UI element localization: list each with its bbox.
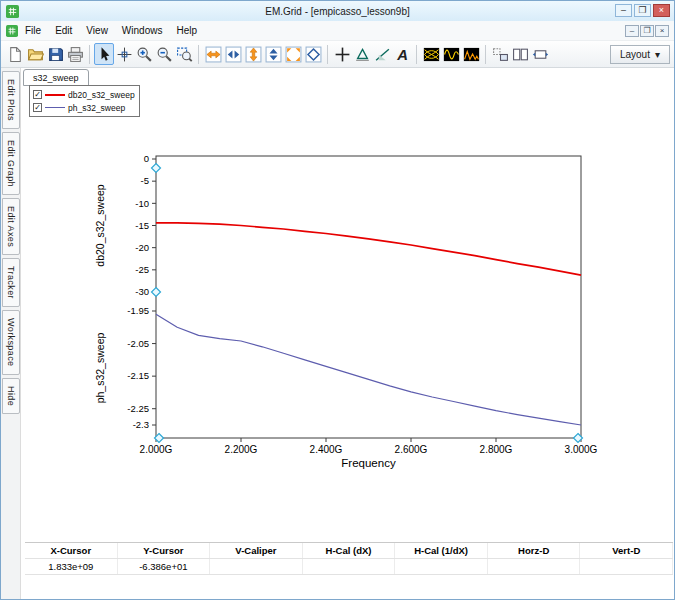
- fit-y-icon: [245, 46, 262, 63]
- cursor-value-2: [210, 559, 303, 574]
- autoscale-icon: [305, 46, 322, 63]
- cursor-value-0: 1.833e+09: [25, 559, 118, 574]
- legend-line-sample: [45, 94, 65, 96]
- eye-diagram-icon: [423, 46, 440, 63]
- delta-cursor-icon: [354, 46, 371, 63]
- mdi-restore-button[interactable]: ❐: [640, 25, 654, 37]
- text-label-button[interactable]: A: [392, 43, 412, 65]
- graph-layout-button[interactable]: [490, 43, 510, 65]
- fit-xy-button[interactable]: [283, 43, 303, 65]
- delta-cursor-button[interactable]: [352, 43, 372, 65]
- add-cursor-icon: [334, 46, 351, 63]
- menu-view[interactable]: View: [79, 22, 115, 39]
- toolbar-separator: [416, 45, 417, 64]
- pan-y-icon: [265, 46, 282, 63]
- toolbar-separator: [89, 45, 90, 64]
- window-title: EM.Grid - [empicasso_lesson9b]: [1, 6, 674, 17]
- menu-file[interactable]: File: [18, 22, 48, 39]
- fit-y-button[interactable]: [243, 43, 263, 65]
- print-button[interactable]: [65, 43, 85, 65]
- toolbar-separator: [198, 45, 199, 64]
- cursor-col-6: Vert-D: [580, 543, 673, 558]
- side-tab-label: Edit Axes: [6, 206, 16, 247]
- graph-layout-icon: [492, 46, 509, 63]
- side-tab-edit-axes[interactable]: Edit Axes: [2, 198, 20, 255]
- layout-dropdown-label: Layout: [620, 49, 650, 60]
- plot-legend: ✓db20_s32_sweep✓ph_s32_sweep: [29, 85, 140, 117]
- side-tab-edit-plots[interactable]: Edit Plots: [2, 71, 20, 129]
- zoom-out-button[interactable]: [154, 43, 174, 65]
- legend-item-ph_s32_sweep: ✓ph_s32_sweep: [33, 101, 136, 114]
- side-tab-workspace[interactable]: Workspace: [2, 310, 20, 374]
- legend-checkbox[interactable]: ✓: [33, 103, 42, 112]
- pan-x-icon: [225, 46, 242, 63]
- trace-cursor-icon: [116, 46, 133, 63]
- new-document-button[interactable]: [5, 43, 25, 65]
- mdi-minimize-button[interactable]: –: [625, 25, 639, 37]
- restore-button[interactable]: ❐: [634, 4, 651, 17]
- stretch-layout-button[interactable]: [530, 43, 550, 65]
- cursor-col-0: X-Cursor: [25, 543, 118, 558]
- trace-cursor-button[interactable]: [114, 43, 134, 65]
- pointer-button[interactable]: [94, 43, 114, 65]
- pan-y-button[interactable]: [263, 43, 283, 65]
- save-icon: [47, 46, 64, 63]
- side-tab-tracker[interactable]: Tracker: [2, 258, 20, 307]
- menu-edit[interactable]: Edit: [48, 22, 79, 39]
- open-button[interactable]: [25, 43, 45, 65]
- minimize-button[interactable]: –: [615, 4, 632, 17]
- eye-diagram-button[interactable]: [421, 43, 441, 65]
- layout-dropdown-button[interactable]: Layout ▾: [610, 45, 670, 64]
- cursor-readout-table: X-CursorY-CursorV-CaliperH-Cal (dX)H-Cal…: [25, 542, 673, 575]
- waveform-button[interactable]: [441, 43, 461, 65]
- zoom-window-button[interactable]: [174, 43, 194, 65]
- save-button[interactable]: [45, 43, 65, 65]
- fit-xy-icon: [285, 46, 302, 63]
- autoscale-button[interactable]: [303, 43, 323, 65]
- chevron-down-icon: ▾: [655, 49, 660, 60]
- cursor-table-row: 1.833e+09-6.386e+01: [25, 559, 673, 575]
- legend-checkbox[interactable]: ✓: [33, 90, 42, 99]
- cursor-table-row: X-CursorY-CursorV-CaliperH-Cal (dX)H-Cal…: [25, 542, 673, 559]
- zoom-in-button[interactable]: [134, 43, 154, 65]
- fit-x-button[interactable]: [203, 43, 223, 65]
- cursor-col-5: Horz-D: [488, 543, 581, 558]
- menubar: File Edit View Windows Help – ❐ ×: [1, 21, 674, 41]
- legend-item-db20_s32_sweep: ✓db20_s32_sweep: [33, 88, 136, 101]
- menu-windows[interactable]: Windows: [115, 22, 170, 39]
- cursor-col-1: Y-Cursor: [118, 543, 211, 558]
- zoom-window-icon: [176, 46, 193, 63]
- slope-cursor-button[interactable]: [372, 43, 392, 65]
- side-tab-label: Tracker: [6, 266, 16, 299]
- side-tab-edit-graph[interactable]: Edit Graph: [2, 132, 20, 195]
- zoom-out-icon: [156, 46, 173, 63]
- tab-s32_sweep[interactable]: s32_sweep: [23, 69, 89, 86]
- slope-cursor-icon: [374, 46, 391, 63]
- side-tab-label: Edit Plots: [6, 79, 16, 121]
- toolbar: A Layout ▾: [1, 41, 674, 68]
- add-cursor-button[interactable]: [332, 43, 352, 65]
- side-tab-hide[interactable]: Hide: [2, 378, 20, 414]
- close-button[interactable]: ×: [653, 4, 670, 17]
- graph-workspace: s32_sweep ✓db20_s32_sweep✓ph_s32_sweep X…: [21, 68, 674, 599]
- mdi-close-button[interactable]: ×: [655, 25, 669, 37]
- pointer-icon: [96, 46, 113, 63]
- side-tab-label: Hide: [6, 386, 16, 406]
- titlebar: EM.Grid - [empicasso_lesson9b] – ❐ ×: [1, 1, 674, 21]
- cursor-value-1: -6.386e+01: [118, 559, 211, 574]
- menu-help[interactable]: Help: [169, 22, 204, 39]
- stretch-layout-icon: [532, 46, 549, 63]
- tile-layout-icon: [512, 46, 529, 63]
- cursor-value-5: [488, 559, 581, 574]
- side-tab-label: Workspace: [6, 318, 16, 366]
- app-window: EM.Grid - [empicasso_lesson9b] – ❐ × Fil…: [0, 0, 675, 600]
- spectrum-button[interactable]: [461, 43, 481, 65]
- text-label-icon: A: [394, 46, 411, 63]
- toolbar-separator: [485, 45, 486, 64]
- cursor-col-4: H-Cal (1/dX): [395, 543, 488, 558]
- pan-x-button[interactable]: [223, 43, 243, 65]
- caption-buttons: – ❐ ×: [615, 4, 670, 17]
- tile-layout-button[interactable]: [510, 43, 530, 65]
- side-tab-strip: Edit PlotsEdit GraphEdit AxesTrackerWork…: [1, 68, 21, 599]
- legend-line-sample: [45, 107, 65, 108]
